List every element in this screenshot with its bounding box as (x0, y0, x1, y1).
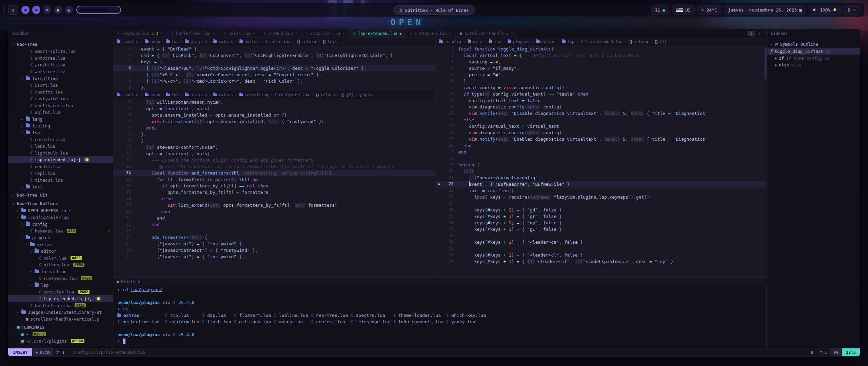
code-line[interactable]: 6 vim.list_extend(dst: opts.ensure_insta… (113, 118, 435, 125)
breadcrumb-item[interactable]: lua (166, 93, 179, 97)
code-line[interactable]: 27 ["typescript"] = { "rustywind" }, (113, 253, 435, 260)
breadcrumb-item[interactable]: .config (117, 39, 138, 44)
section-header[interactable]: ▣TERMINALS (8, 324, 113, 331)
scrollbar[interactable] (765, 47, 766, 79)
code-line[interactable]: 9 }, (113, 84, 435, 91)
code-line[interactable]: ●22 event = { "BufReadPre", "BufNewFile"… (436, 181, 766, 187)
tree-item[interactable]: ▸linting (8, 122, 113, 129)
breadcrumb-item[interactable]: {}return (297, 39, 316, 44)
code-line[interactable]: 20 end (113, 208, 435, 215)
breadcrumb-item[interactable]: {}return (629, 39, 648, 44)
tree-item[interactable]: ☾lsp-extended.lu [+] (8, 295, 113, 302)
tree-item[interactable]: ☾sqlfmt.lua (8, 109, 113, 116)
terminal-output[interactable]: › cd lua/plugins/ nvim/lua/plugins via ☾… (113, 285, 766, 345)
tree-item[interactable]: ☾keymaps.lua#10⚠ (8, 227, 113, 234)
breadcrumb-item[interactable]: {}return (316, 93, 335, 97)
tray-icon-1[interactable]: ◉ (21, 6, 29, 14)
editor-pane-color-lua[interactable]: .config›nvim›lua›plugins›extras›editor›☾… (113, 38, 435, 91)
breadcrumb-item[interactable]: plugins (185, 93, 207, 97)
code-line[interactable]: 10 [1]"stevearc/conform.nvim", (113, 144, 435, 150)
tray-icon-2[interactable]: ◆ (32, 6, 40, 14)
code-line[interactable]: 7 { [1]"<S-C->", [2]"<cmd>CccConvert<cr>… (113, 72, 435, 78)
breadcrumb-item[interactable]: extras (213, 39, 233, 44)
breadcrumb-item[interactable]: plugins (185, 39, 207, 44)
tree-item[interactable]: ☾winshift.lua (8, 61, 113, 68)
breadcrumb-item[interactable]: ƒopts (360, 93, 373, 97)
tree-item[interactable]: ▣~#2859 (8, 331, 113, 338)
code-line[interactable]: 32 (436, 245, 766, 252)
tree-item[interactable]: ☾shellharden.lua (8, 102, 113, 109)
breadcrumb-item[interactable]: plugins (508, 39, 529, 44)
code-line[interactable]: 7 end, (113, 125, 435, 131)
code-line[interactable]: 16 if opts.formatters_by_ft[ft] == nil t… (113, 183, 435, 189)
tab-bufferline.lua[interactable]: ☾bufferline.lua× (167, 29, 219, 38)
tree-item[interactable]: ☾isort.lua (8, 82, 113, 88)
tree-item[interactable]: ▾extras (8, 241, 113, 248)
tree-item[interactable]: ☾timeout.lua (8, 177, 113, 183)
code-line[interactable]: 15 for ft, formatters in pairs(t: tbl) d… (113, 176, 435, 183)
breadcrumb-item[interactable]: {}[2] (341, 93, 353, 97)
code-line[interactable]: 17 opts.formatters_by_ft[ft] = formatter… (113, 189, 435, 196)
tree-item[interactable]: ☾lens.lua (8, 143, 113, 149)
code-line[interactable]: 25 (436, 200, 766, 207)
code-line[interactable]: 18 else (113, 196, 435, 202)
breadcrumb-item[interactable]: lua (489, 39, 501, 44)
code-line[interactable]: 23 (113, 228, 435, 234)
editor-pane-lsp-extended-lua[interactable]: .config›nvim›lua›plugins›extras›lsp›☾lsp… (436, 38, 766, 278)
code-line[interactable]: 29 keys[#keys + 1] = { "gI", false } (436, 226, 766, 232)
tab-github.lua[interactable]: ☾github.lua× (259, 29, 302, 38)
code-line[interactable]: 4 opts = function(_, opts) (113, 105, 435, 112)
tree-item[interactable]: ▾formatting (8, 268, 113, 275)
close-icon[interactable]: × (511, 31, 513, 36)
tree-item[interactable]: ▾lsp (8, 282, 113, 288)
breadcrumb-item[interactable]: extras (213, 93, 233, 97)
code-line[interactable]: 31 keys[#keys + 1] = { "<leader>ca", fal… (436, 239, 766, 245)
close-icon[interactable]: × (213, 31, 215, 36)
tree-item[interactable]: ▾formatting (8, 75, 113, 82)
tree-item[interactable]: ▾editor (8, 248, 113, 255)
tree-item[interactable]: ▾config (8, 221, 113, 227)
code-line[interactable]: 2 local virtual_text = { -- Default virt… (436, 52, 766, 59)
code-line[interactable]: 24 local keys = require(modname: "lazyvi… (436, 194, 766, 200)
outline-item[interactable]: ◈ifif type(config.vi (767, 55, 860, 61)
tree-item[interactable]: ☾undotree.lua (8, 55, 113, 61)
code-line[interactable]: 5 opts.ensure_installed = opts.ensure_in… (113, 112, 435, 118)
code-line[interactable]: 23 init = function() (436, 187, 766, 194)
tree-item[interactable]: ▾plugins (8, 234, 113, 241)
code-line[interactable]: 3 spacing = 4, (436, 59, 766, 65)
close-icon[interactable]: × (253, 31, 255, 36)
tree-item[interactable]: ☾rustywind.lua (8, 95, 113, 102)
section-header[interactable]: ▾Neo-Tree Buffers (8, 200, 113, 207)
code-line[interactable]: 9 config.virtual_text = false (436, 97, 766, 104)
breadcrumb-item[interactable]: .config (439, 39, 461, 44)
tree-item[interactable]: ☾rustfmt.lua (8, 88, 113, 95)
code-line[interactable]: 4 cmd = { [1]"CccPick", [2]"CccConvert",… (113, 52, 435, 59)
code-line[interactable]: 3 [1]"williamboman/mason.nvim", (113, 99, 435, 105)
code-line[interactable]: 20 [1]{ (436, 168, 766, 175)
tree-item[interactable]: ▾.config/nvim/lua (8, 214, 113, 221)
code-line[interactable]: 14 vim.diagnostic.config(opts: config) (436, 129, 766, 136)
outline-item[interactable]: ◈elseelse (767, 61, 860, 68)
code-line[interactable]: 21 end (113, 215, 435, 221)
code-line[interactable]: 8 { [1]"<C-c>", [2]"<cmd>CccPick<cr>", d… (113, 78, 435, 84)
breadcrumb-item[interactable]: lua (166, 39, 179, 44)
outline-item[interactable]: ƒtoggle_diag_virtextfu (767, 48, 860, 55)
launcher-button[interactable]: ∧ (8, 5, 18, 15)
now-playing-pill[interactable]: ♫ Spiritbox - Rule Of Nines (393, 5, 475, 15)
code-line[interactable]: 15 vim.notify(msg: "Enabled diagnostics … (436, 136, 766, 142)
breadcrumb-item[interactable]: ☾rustywind.lua (275, 93, 309, 97)
tree-item[interactable]: ☾compiler.lua#682 (8, 288, 113, 295)
tree-item[interactable]: ▦scrollbar-handle-vertical.p (8, 316, 113, 322)
code-line[interactable]: 34 keys[#keys + 1] = { [1]"<leader>cil",… (436, 258, 766, 265)
code-line[interactable]: 1local function toggle_diag_virtext() (436, 46, 766, 52)
tab-compiler.lua[interactable]: ☾compiler.lua× (302, 29, 349, 38)
code-line[interactable]: 27 keys[#keys + 1] = { "gr", false } (436, 213, 766, 220)
code-line[interactable]: 30 (436, 232, 766, 239)
date-module[interactable]: jueves, noviembre 16, 2023 ▦ (724, 5, 806, 15)
breadcrumb-item[interactable]: nvim (145, 39, 160, 44)
code-area[interactable]: 1local function toggle_diag_virtext()2 l… (436, 45, 766, 278)
tabpage-1[interactable]: 1 (748, 31, 755, 36)
breadcrumb-item[interactable]: nvim (145, 93, 160, 97)
code-area[interactable]: 3 [1]"williamboman/mason.nvim",4 opts = … (113, 99, 435, 278)
breadcrumb-item[interactable]: .config (117, 93, 138, 97)
